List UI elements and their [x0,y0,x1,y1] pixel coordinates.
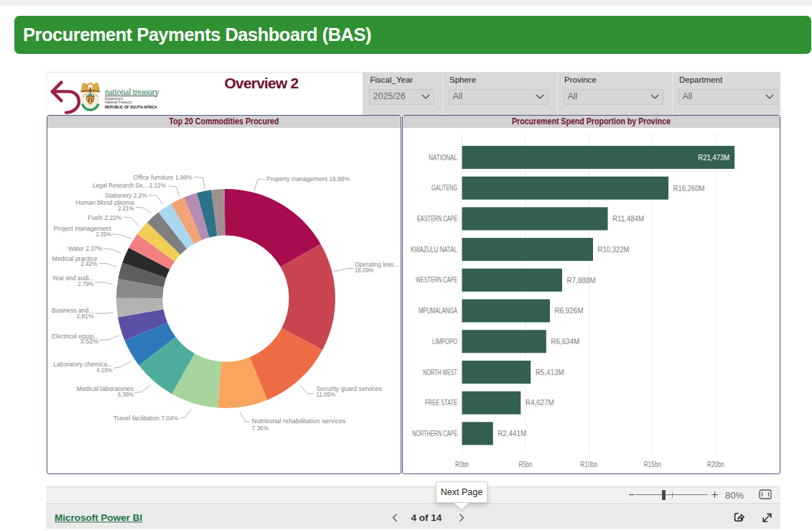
svg-text:EASTERN CAPE: EASTERN CAPE [417,214,457,223]
svg-text:NORTHERN CAPE: NORTHERN CAPE [412,429,457,438]
svg-text:R5bn: R5bn [518,460,532,468]
svg-text:4.19%: 4.19% [96,366,112,374]
svg-text:R0bn: R0bn [455,460,469,468]
svg-text:GAUTENG: GAUTENG [431,183,457,192]
svg-text:R4,627M: R4,627M [525,398,554,407]
svg-text:2.81%: 2.81% [76,313,93,320]
svg-text:Property management 16.88%: Property management 16.88% [266,175,350,183]
svg-text:R2,441M: R2,441M [498,429,526,438]
svg-text:R7,888M: R7,888M [566,276,595,285]
svg-text:Water 2.37%: Water 2.37% [67,245,102,252]
svg-text:Office furniture 1.99%: Office furniture 1.99% [133,174,192,181]
svg-text:MPUMALANGA: MPUMALANGA [419,306,457,315]
svg-text:R5,413M: R5,413M [535,368,564,377]
svg-text:2.42%: 2.42% [80,260,97,267]
svg-text:LIMPOPO: LIMPOPO [432,337,457,346]
svg-text:2.21%: 2.21% [118,205,134,212]
svg-text:NATIONAL: NATIONAL [429,153,457,162]
svg-text:2.35%: 2.35% [95,231,111,238]
svg-text:R20bn: R20bn [707,460,724,468]
svg-text:7.36%: 7.36% [251,425,269,432]
svg-text:Top 20 Commodities Procured: Top 20 Commodities Procured [169,116,279,126]
svg-text:16.09%: 16.09% [355,267,374,274]
svg-text:R10bn: R10bn [580,460,597,468]
svg-text:11.05%: 11.05% [316,391,335,398]
svg-text:Fuels 2.22%: Fuels 2.22% [88,214,122,221]
svg-text:WESTERN CAPE: WESTERN CAPE [416,275,457,284]
svg-text:R6,634M: R6,634M [551,337,579,346]
svg-text:FREE STATE: FREE STATE [425,398,457,407]
svg-text:Nutritional rehabilitation ser: Nutritional rehabilitation services [251,417,346,425]
svg-text:3.52%: 3.52% [80,338,98,345]
svg-text:6.36%: 6.36% [118,391,134,398]
svg-text:Procurement Spend Proportion b: Procurement Spend Proportion by Province [512,116,671,126]
svg-text:NORTH WEST: NORTH WEST [423,368,457,377]
svg-text:Stationery 2.2%: Stationery 2.2% [105,192,147,199]
svg-text:R21,473M: R21,473M [698,153,729,162]
svg-text:R10,322M: R10,322M [597,245,629,254]
svg-text:Legal Research Se... 2.12%: Legal Research Se... 2.12% [93,182,166,189]
svg-text:R16,260M: R16,260M [673,184,704,193]
svg-text:R6,926M: R6,926M [554,306,583,315]
svg-text:R11,484M: R11,484M [612,214,644,223]
svg-text:2.79%: 2.79% [78,280,93,287]
svg-text:R15bn: R15bn [643,460,661,468]
svg-text:KWAZULU NATAL: KWAZULU NATAL [411,245,457,254]
svg-text:Travel facilitation 7.04%: Travel facilitation 7.04% [113,415,179,422]
